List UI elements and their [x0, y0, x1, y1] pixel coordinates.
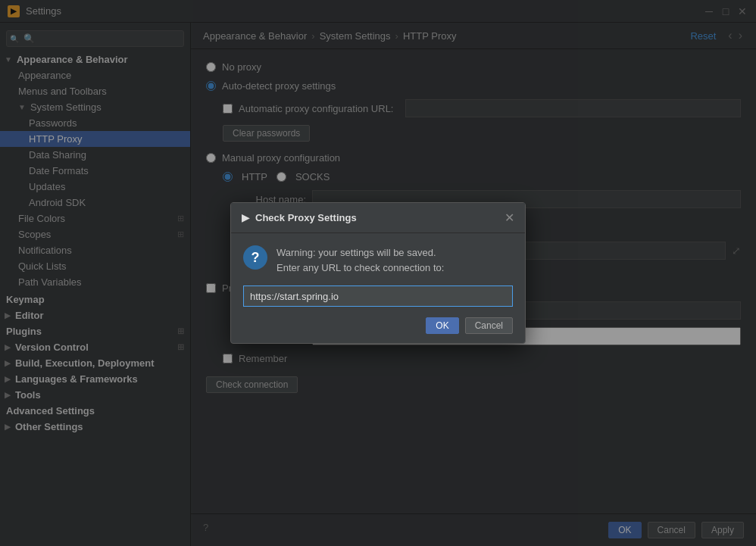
dialog-ok-button[interactable]: OK	[426, 317, 458, 334]
dialog-title-text: Check Proxy Settings	[255, 212, 357, 223]
dialog-cancel-button[interactable]: Cancel	[465, 317, 513, 334]
dialog-titlebar: ▶ Check Proxy Settings ✕	[231, 203, 525, 233]
dialog-message: Warning: your settings will be saved. En…	[276, 245, 444, 275]
dialog-icon-row: ? Warning: your settings will be saved. …	[243, 245, 513, 275]
dialog-title-icon: ▶	[242, 212, 249, 223]
dialog-info-icon: ?	[243, 245, 267, 270]
dialog-close-button[interactable]: ✕	[505, 211, 514, 225]
dialog-url-input[interactable]	[243, 285, 513, 307]
dialog-footer: OK Cancel	[243, 317, 513, 334]
dialog-warning-line2: Enter any URL to check connection to:	[276, 261, 444, 276]
modal-overlay: ▶ Check Proxy Settings ✕ ? Warning: your…	[0, 0, 756, 546]
dialog-body: ? Warning: your settings will be saved. …	[231, 233, 525, 343]
dialog-title: ▶ Check Proxy Settings	[242, 212, 357, 223]
check-proxy-dialog: ▶ Check Proxy Settings ✕ ? Warning: your…	[230, 202, 526, 344]
dialog-warning-line1: Warning: your settings will be saved.	[276, 245, 444, 261]
